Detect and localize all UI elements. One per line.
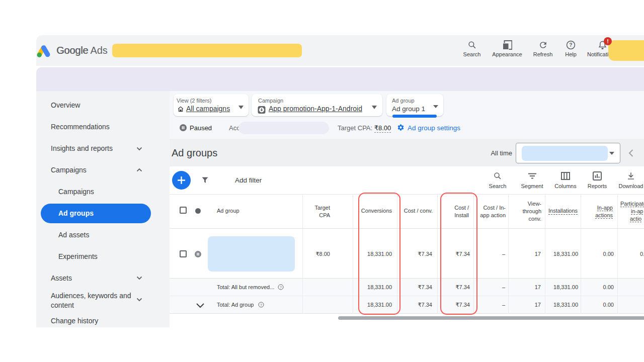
svg-text:?: ? [260, 303, 262, 307]
svg-text:?: ? [280, 286, 282, 289]
svg-text:?: ? [569, 42, 572, 48]
